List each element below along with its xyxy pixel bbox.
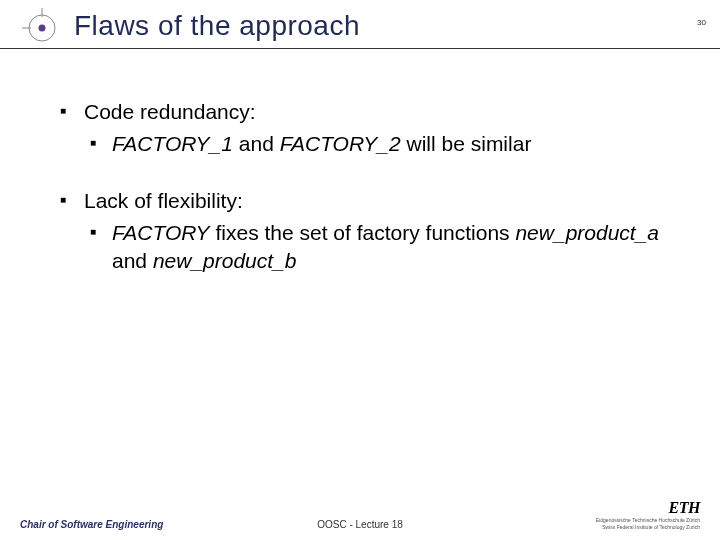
- page-number: 30: [697, 18, 706, 27]
- footer-center: OOSC - Lecture 18: [317, 519, 403, 530]
- slide-body: Code redundancy:FACTORY_1 and FACTORY_2 …: [0, 48, 720, 276]
- footer-left: Chair of Software Engineering: [20, 519, 163, 530]
- eth-logo: ETH: [596, 499, 700, 517]
- sub-bullet-item: FACTORY fixes the set of factory functio…: [84, 219, 680, 276]
- slide-header: Flaws of the approach 30: [0, 0, 720, 48]
- text-run: FACTORY_1: [112, 132, 233, 155]
- sub-bullet-list: FACTORY_1 and FACTORY_2 will be similar: [84, 130, 680, 158]
- eth-subtitle-1: Eidgenössische Technische Hochschule Zür…: [596, 518, 700, 524]
- target-icon: [22, 8, 62, 48]
- text-run: new_product_a: [515, 221, 659, 244]
- bullet-list: Code redundancy:FACTORY_1 and FACTORY_2 …: [60, 98, 680, 276]
- text-run: and: [112, 249, 153, 272]
- slide: Flaws of the approach 30 Code redundancy…: [0, 0, 720, 540]
- svg-point-1: [39, 25, 46, 32]
- bullet-label: Code redundancy: [84, 100, 250, 123]
- slide-title: Flaws of the approach: [74, 10, 700, 42]
- bullet-suffix: :: [237, 189, 243, 212]
- footer-right: ETH Eidgenössische Technische Hochschule…: [596, 499, 700, 530]
- text-run: FACTORY_2: [280, 132, 401, 155]
- text-run: will be similar: [401, 132, 532, 155]
- text-run: FACTORY: [112, 221, 210, 244]
- eth-subtitle-2: Swiss Federal Institute of Technology Zu…: [596, 525, 700, 531]
- text-run: fixes the set of factory functions: [210, 221, 516, 244]
- bullet-label: Lack of flexibility: [84, 189, 237, 212]
- sub-bullet-item: FACTORY_1 and FACTORY_2 will be similar: [84, 130, 680, 158]
- text-run: and: [233, 132, 280, 155]
- bullet-item: Lack of flexibility:FACTORY fixes the se…: [60, 187, 680, 276]
- bullet-suffix: :: [250, 100, 256, 123]
- bullet-item: Code redundancy:FACTORY_1 and FACTORY_2 …: [60, 98, 680, 159]
- header-rule: [0, 48, 720, 49]
- sub-bullet-list: FACTORY fixes the set of factory functio…: [84, 219, 680, 276]
- text-run: new_product_b: [153, 249, 297, 272]
